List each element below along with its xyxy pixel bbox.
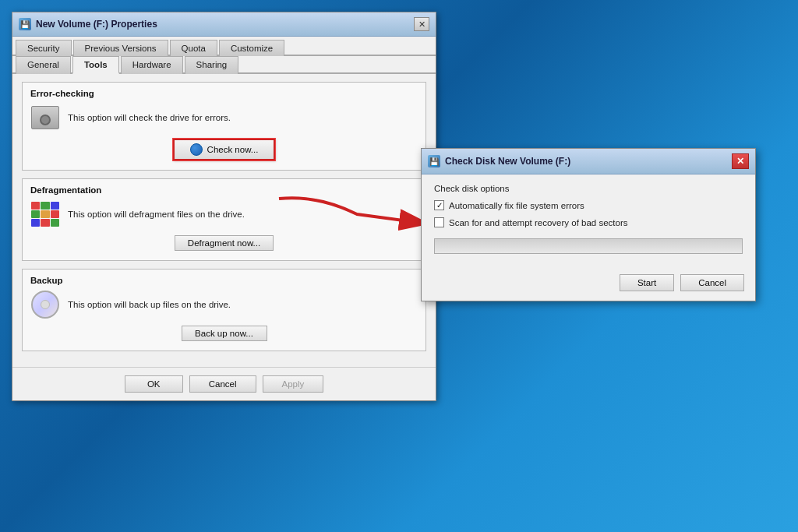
- window-title: New Volume (F:) Properties: [36, 19, 157, 30]
- check-disk-title: Check Disk New Volume (F:): [445, 156, 570, 167]
- check-disk-content: Check disk options Automatically fix fil…: [422, 174, 755, 268]
- defrag-block-5: [41, 210, 49, 218]
- ok-button[interactable]: OK: [125, 375, 183, 393]
- defrag-block-2: [41, 202, 49, 210]
- tab-quota[interactable]: Quota: [170, 40, 217, 56]
- defrag-block-6: [51, 210, 59, 218]
- tab-row-1: Security Previous Versions Quota Customi…: [12, 37, 436, 56]
- defrag-icon-container: [30, 199, 60, 229]
- bad-sectors-option-row: Scan for and attempt recovery of bad sec…: [434, 217, 743, 229]
- check-disk-title-bar: 💾 Check Disk New Volume (F:) ✕: [422, 149, 755, 174]
- error-checking-title: Error-checking: [30, 89, 418, 98]
- error-checking-row: This option will check the drive for err…: [30, 103, 418, 132]
- check-disk-options-label: Check disk options: [434, 184, 743, 193]
- window-content: Error-checking This option will check th…: [12, 74, 436, 367]
- check-globe-icon: [190, 143, 203, 156]
- bottom-bar: OK Cancel Apply: [12, 367, 436, 400]
- backup-cd-icon: [31, 291, 59, 319]
- defragmentation-desc: This option will defragment files on the…: [68, 208, 418, 220]
- auto-fix-label: Automatically fix file system errors: [449, 199, 584, 212]
- cancel-button[interactable]: Cancel: [189, 375, 256, 393]
- tab-previous-versions[interactable]: Previous Versions: [73, 40, 168, 56]
- back-up-now-button[interactable]: Back up now...: [182, 326, 267, 341]
- defragmentation-section: Defragmentation This option: [22, 178, 426, 261]
- defragmentation-title: Defragmentation: [30, 185, 418, 195]
- backup-desc: This option will back up files on the dr…: [68, 298, 418, 311]
- tab-sharing[interactable]: Sharing: [185, 56, 239, 74]
- defrag-block-4: [31, 210, 40, 218]
- close-button[interactable]: ✕: [414, 17, 429, 31]
- apply-button[interactable]: Apply: [263, 375, 324, 393]
- check-disk-title-left: 💾 Check Disk New Volume (F:): [428, 155, 570, 167]
- defrag-block-9: [51, 219, 59, 227]
- check-disk-close-button[interactable]: ✕: [732, 153, 749, 169]
- error-checking-desc: This option will check the drive for err…: [68, 111, 418, 124]
- check-now-label: Check now...: [207, 145, 259, 154]
- tab-security[interactable]: Security: [16, 40, 72, 56]
- backup-btn-row: Back up now...: [30, 326, 418, 341]
- defrag-icon: [31, 202, 59, 227]
- check-disk-dialog: 💾 Check Disk New Volume (F:) ✕ Check dis…: [421, 148, 756, 301]
- tab-hardware[interactable]: Hardware: [121, 56, 183, 74]
- backup-icon-container: [30, 290, 60, 319]
- bad-sectors-label: Scan for and attempt recovery of bad sec…: [449, 217, 627, 229]
- properties-window: 💾 New Volume (F:) Properties ✕ Security …: [12, 12, 436, 401]
- bad-sectors-checkbox[interactable]: [434, 217, 444, 227]
- defragment-now-button[interactable]: Defragment now...: [175, 235, 274, 251]
- defrag-block-3: [51, 202, 59, 210]
- auto-fix-checkbox[interactable]: [434, 200, 444, 210]
- auto-fix-option-row: Automatically fix file system errors: [434, 199, 743, 212]
- check-disk-bottom-bar: Start Cancel: [422, 268, 755, 301]
- check-disk-cancel-button[interactable]: Cancel: [680, 274, 744, 291]
- defrag-block-1: [31, 202, 40, 210]
- disk-icon-shape: [31, 106, 59, 129]
- tab-general[interactable]: General: [16, 56, 71, 74]
- tab-customize[interactable]: Customize: [219, 40, 284, 56]
- tab-row-2: General Tools Hardware Sharing: [12, 56, 436, 74]
- check-disk-window-icon: 💾: [428, 155, 440, 167]
- defrag-block-7: [31, 219, 40, 227]
- window-icon: 💾: [19, 18, 31, 30]
- check-now-button[interactable]: Check now...: [173, 139, 276, 160]
- defragmentation-btn-row: Defragment now...: [30, 235, 418, 251]
- backup-title: Backup: [30, 276, 418, 285]
- title-bar: 💾 New Volume (F:) Properties ✕: [12, 12, 436, 37]
- tab-tools[interactable]: Tools: [72, 56, 119, 74]
- check-disk-start-button[interactable]: Start: [620, 274, 674, 291]
- error-checking-section: Error-checking This option will check th…: [22, 82, 426, 171]
- defragmentation-row: This option will defragment files on the…: [30, 199, 418, 229]
- defrag-block-8: [41, 219, 49, 227]
- disk-drive-icon: [30, 103, 60, 132]
- backup-section: Backup This option will back up files on…: [22, 269, 426, 351]
- title-bar-left: 💾 New Volume (F:) Properties: [19, 18, 157, 30]
- backup-row: This option will back up files on the dr…: [30, 290, 418, 319]
- error-checking-btn-row: Check now...: [30, 139, 418, 160]
- progress-bar: [434, 238, 743, 254]
